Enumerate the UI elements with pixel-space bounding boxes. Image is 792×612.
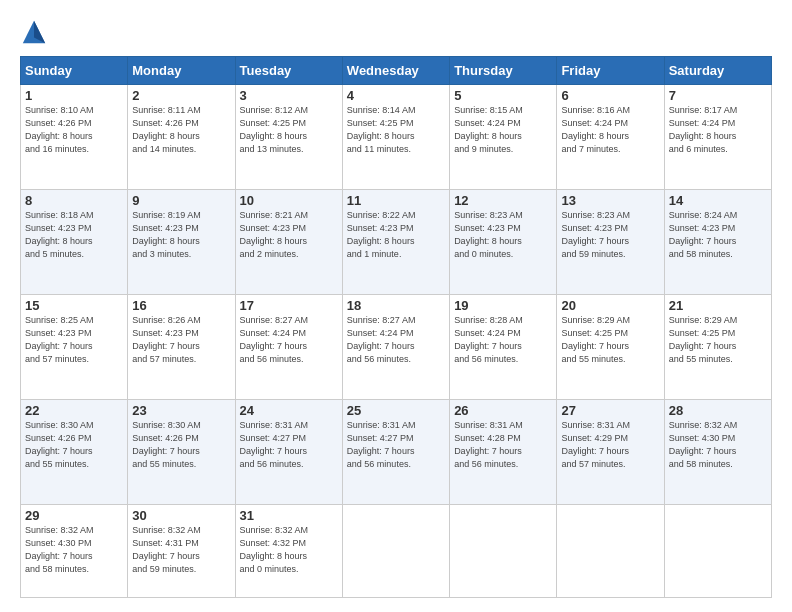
day-number: 6 [561,88,659,103]
weekday-header-row: SundayMondayTuesdayWednesdayThursdayFrid… [21,57,772,85]
weekday-tuesday: Tuesday [235,57,342,85]
week-row-1: 1Sunrise: 8:10 AM Sunset: 4:26 PM Daylig… [21,85,772,190]
day-info: Sunrise: 8:32 AM Sunset: 4:31 PM Dayligh… [132,524,230,576]
day-info: Sunrise: 8:29 AM Sunset: 4:25 PM Dayligh… [669,314,767,366]
day-info: Sunrise: 8:25 AM Sunset: 4:23 PM Dayligh… [25,314,123,366]
calendar-cell: 9Sunrise: 8:19 AM Sunset: 4:23 PM Daylig… [128,189,235,294]
day-number: 15 [25,298,123,313]
calendar-cell: 22Sunrise: 8:30 AM Sunset: 4:26 PM Dayli… [21,399,128,504]
day-info: Sunrise: 8:10 AM Sunset: 4:26 PM Dayligh… [25,104,123,156]
day-info: Sunrise: 8:16 AM Sunset: 4:24 PM Dayligh… [561,104,659,156]
day-number: 25 [347,403,445,418]
calendar-cell: 1Sunrise: 8:10 AM Sunset: 4:26 PM Daylig… [21,85,128,190]
day-number: 4 [347,88,445,103]
day-info: Sunrise: 8:23 AM Sunset: 4:23 PM Dayligh… [454,209,552,261]
day-number: 3 [240,88,338,103]
calendar-table: SundayMondayTuesdayWednesdayThursdayFrid… [20,56,772,598]
calendar-cell: 12Sunrise: 8:23 AM Sunset: 4:23 PM Dayli… [450,189,557,294]
day-number: 1 [25,88,123,103]
day-number: 11 [347,193,445,208]
day-number: 18 [347,298,445,313]
calendar-cell: 24Sunrise: 8:31 AM Sunset: 4:27 PM Dayli… [235,399,342,504]
page: SundayMondayTuesdayWednesdayThursdayFrid… [0,0,792,612]
weekday-sunday: Sunday [21,57,128,85]
calendar-cell: 20Sunrise: 8:29 AM Sunset: 4:25 PM Dayli… [557,294,664,399]
calendar-cell: 26Sunrise: 8:31 AM Sunset: 4:28 PM Dayli… [450,399,557,504]
weekday-thursday: Thursday [450,57,557,85]
calendar-cell: 4Sunrise: 8:14 AM Sunset: 4:25 PM Daylig… [342,85,449,190]
day-info: Sunrise: 8:31 AM Sunset: 4:28 PM Dayligh… [454,419,552,471]
day-number: 30 [132,508,230,523]
calendar-cell: 27Sunrise: 8:31 AM Sunset: 4:29 PM Dayli… [557,399,664,504]
day-number: 22 [25,403,123,418]
day-number: 8 [25,193,123,208]
weekday-monday: Monday [128,57,235,85]
day-number: 27 [561,403,659,418]
day-number: 29 [25,508,123,523]
week-row-5: 29Sunrise: 8:32 AM Sunset: 4:30 PM Dayli… [21,504,772,597]
day-info: Sunrise: 8:30 AM Sunset: 4:26 PM Dayligh… [25,419,123,471]
day-number: 14 [669,193,767,208]
calendar-cell: 14Sunrise: 8:24 AM Sunset: 4:23 PM Dayli… [664,189,771,294]
day-number: 16 [132,298,230,313]
calendar-cell [557,504,664,597]
weekday-saturday: Saturday [664,57,771,85]
calendar-cell: 23Sunrise: 8:30 AM Sunset: 4:26 PM Dayli… [128,399,235,504]
calendar-cell: 2Sunrise: 8:11 AM Sunset: 4:26 PM Daylig… [128,85,235,190]
calendar-cell [342,504,449,597]
day-number: 2 [132,88,230,103]
day-info: Sunrise: 8:19 AM Sunset: 4:23 PM Dayligh… [132,209,230,261]
calendar-cell: 28Sunrise: 8:32 AM Sunset: 4:30 PM Dayli… [664,399,771,504]
day-number: 17 [240,298,338,313]
day-number: 9 [132,193,230,208]
day-number: 5 [454,88,552,103]
day-info: Sunrise: 8:15 AM Sunset: 4:24 PM Dayligh… [454,104,552,156]
day-number: 13 [561,193,659,208]
day-number: 19 [454,298,552,313]
calendar-cell: 6Sunrise: 8:16 AM Sunset: 4:24 PM Daylig… [557,85,664,190]
day-info: Sunrise: 8:12 AM Sunset: 4:25 PM Dayligh… [240,104,338,156]
generalblue-logo-icon [20,18,48,46]
day-number: 10 [240,193,338,208]
week-row-4: 22Sunrise: 8:30 AM Sunset: 4:26 PM Dayli… [21,399,772,504]
calendar-cell [664,504,771,597]
week-row-3: 15Sunrise: 8:25 AM Sunset: 4:23 PM Dayli… [21,294,772,399]
day-number: 31 [240,508,338,523]
day-info: Sunrise: 8:32 AM Sunset: 4:30 PM Dayligh… [669,419,767,471]
calendar-cell: 11Sunrise: 8:22 AM Sunset: 4:23 PM Dayli… [342,189,449,294]
day-number: 26 [454,403,552,418]
calendar-cell: 31Sunrise: 8:32 AM Sunset: 4:32 PM Dayli… [235,504,342,597]
day-info: Sunrise: 8:27 AM Sunset: 4:24 PM Dayligh… [240,314,338,366]
day-info: Sunrise: 8:21 AM Sunset: 4:23 PM Dayligh… [240,209,338,261]
day-number: 7 [669,88,767,103]
calendar-cell: 15Sunrise: 8:25 AM Sunset: 4:23 PM Dayli… [21,294,128,399]
day-info: Sunrise: 8:24 AM Sunset: 4:23 PM Dayligh… [669,209,767,261]
day-info: Sunrise: 8:31 AM Sunset: 4:29 PM Dayligh… [561,419,659,471]
week-row-2: 8Sunrise: 8:18 AM Sunset: 4:23 PM Daylig… [21,189,772,294]
calendar-cell: 29Sunrise: 8:32 AM Sunset: 4:30 PM Dayli… [21,504,128,597]
day-info: Sunrise: 8:14 AM Sunset: 4:25 PM Dayligh… [347,104,445,156]
calendar-cell: 21Sunrise: 8:29 AM Sunset: 4:25 PM Dayli… [664,294,771,399]
calendar-cell: 13Sunrise: 8:23 AM Sunset: 4:23 PM Dayli… [557,189,664,294]
day-info: Sunrise: 8:17 AM Sunset: 4:24 PM Dayligh… [669,104,767,156]
day-number: 12 [454,193,552,208]
day-info: Sunrise: 8:27 AM Sunset: 4:24 PM Dayligh… [347,314,445,366]
calendar-cell [450,504,557,597]
calendar-cell: 16Sunrise: 8:26 AM Sunset: 4:23 PM Dayli… [128,294,235,399]
calendar-cell: 7Sunrise: 8:17 AM Sunset: 4:24 PM Daylig… [664,85,771,190]
calendar-cell: 5Sunrise: 8:15 AM Sunset: 4:24 PM Daylig… [450,85,557,190]
weekday-wednesday: Wednesday [342,57,449,85]
day-number: 23 [132,403,230,418]
logo [20,18,52,46]
day-info: Sunrise: 8:26 AM Sunset: 4:23 PM Dayligh… [132,314,230,366]
day-info: Sunrise: 8:32 AM Sunset: 4:30 PM Dayligh… [25,524,123,576]
day-number: 24 [240,403,338,418]
day-number: 21 [669,298,767,313]
calendar-cell: 18Sunrise: 8:27 AM Sunset: 4:24 PM Dayli… [342,294,449,399]
calendar-cell: 19Sunrise: 8:28 AM Sunset: 4:24 PM Dayli… [450,294,557,399]
calendar-cell: 3Sunrise: 8:12 AM Sunset: 4:25 PM Daylig… [235,85,342,190]
day-info: Sunrise: 8:23 AM Sunset: 4:23 PM Dayligh… [561,209,659,261]
calendar-cell: 17Sunrise: 8:27 AM Sunset: 4:24 PM Dayli… [235,294,342,399]
weekday-friday: Friday [557,57,664,85]
day-info: Sunrise: 8:18 AM Sunset: 4:23 PM Dayligh… [25,209,123,261]
